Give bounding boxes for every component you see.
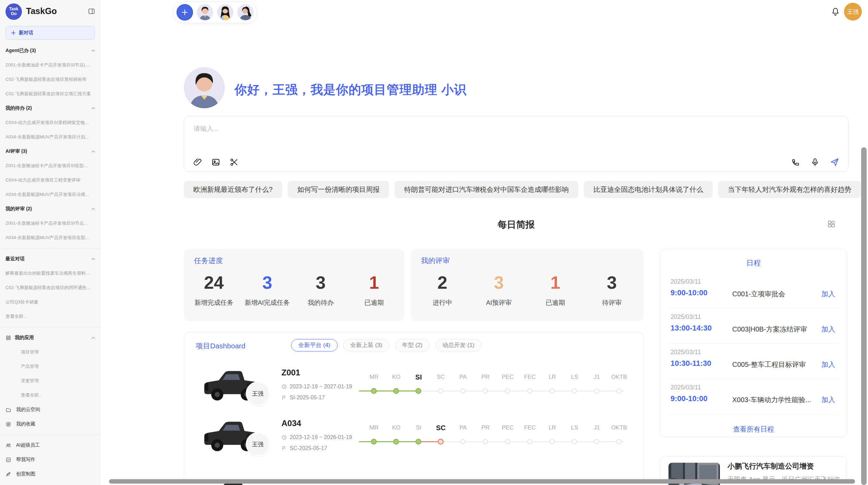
section-header-my-review[interactable]: 我的评审 (2) [0, 202, 100, 216]
sidebar-item[interactable]: A034-全新新能源MUV产品开发项目计划变更表编写 [0, 130, 100, 144]
timeline-progress [359, 441, 419, 442]
section-header-my-todo[interactable]: 我的待办 (2) [0, 101, 100, 115]
stat: 3AI预评审 [471, 272, 527, 307]
folder-icon [5, 407, 11, 413]
milestone-label: KO [384, 373, 408, 382]
sidebar-item-favorites[interactable]: 我的收藏 [0, 417, 100, 431]
sidebar-item[interactable]: C0X4-动力总成开发项目工程变更评审 [0, 173, 100, 187]
filter-tab[interactable]: 全新上装 (3) [343, 339, 390, 351]
flag-icon [281, 446, 287, 451]
suggestion-chip[interactable]: 欧洲新规最近颁布了什么? [184, 181, 282, 198]
input-toolbar-left [193, 158, 239, 167]
sidebar-item[interactable]: Z001-全新燃油轻卡产品开发项目SI节点属性5D文件评审 [0, 216, 100, 231]
dashboard-title: 项目Dashboard [196, 341, 245, 351]
chevron-up-icon[interactable] [91, 335, 96, 340]
suggestion-chip[interactable]: 特朗普可能对进口汽车增税会对中国车企造成哪些影响 [395, 181, 578, 198]
chevron-up-icon[interactable] [91, 257, 96, 261]
filter-tab[interactable]: 全新平台 (4) [291, 339, 338, 351]
divider [668, 378, 839, 379]
schedule-date: 2025/03/11 [671, 349, 701, 356]
add-agent-button[interactable] [177, 4, 193, 21]
sidebar-item-view-all[interactable]: 查看全部... [0, 309, 100, 324]
milestone-dot [550, 439, 555, 444]
sidebar-item[interactable]: Z001-全新燃油皮卡产品开发项目SI节点Lesson Learn报告 [0, 58, 100, 72]
sidebar-item-help-me-write[interactable]: 帮我写作 [0, 452, 100, 467]
sidebar-list: Agent已办 (3) Z001-全新燃油皮卡产品开发项目SI节点Lesson … [0, 43, 100, 481]
suggestion-chip[interactable]: 如何写一份清晰的项目周报 [288, 181, 389, 198]
filter-tab[interactable]: 动总开发 (1) [435, 339, 482, 351]
app-item-change-mgmt[interactable]: 变更管理 [0, 374, 100, 388]
milestone-dot [572, 439, 577, 444]
app-item-product-mgmt[interactable]: 产品管理 [0, 359, 100, 374]
project-row[interactable]: 王强 Z001 2023-12-19 ~ 2027-01-19 SI-2025-… [184, 360, 644, 410]
chevron-up-icon[interactable] [91, 207, 96, 211]
sidebar-item[interactable]: A034-全新新能源MUV产品开发项目造型可行性评审 [0, 231, 100, 245]
attachment-icon[interactable] [193, 158, 202, 167]
milestone-label-current: SI [407, 373, 431, 382]
sidebar-item[interactable]: C02-飞腾新能源轻客改款项目的闭环通告反馈情况 [0, 281, 100, 295]
microphone-icon[interactable] [810, 158, 820, 167]
chevron-up-icon[interactable] [91, 106, 96, 111]
suggestion-chips: 欧洲新规最近颁布了什么? 如何写一份清晰的项目周报 特朗普可能对进口汽车增税会对… [184, 181, 848, 198]
join-link[interactable]: 加入 [821, 360, 835, 369]
milestone-label: SI [407, 423, 431, 432]
schedule-time: 9:00-10:00 [671, 394, 708, 403]
milestone-label: LR [540, 373, 564, 382]
agent-avatar-2[interactable] [217, 4, 233, 21]
horizontal-scrollbar[interactable] [109, 479, 855, 484]
schedule-event-name: C001-立项审批会 [732, 289, 825, 299]
chevron-up-icon[interactable] [91, 149, 96, 154]
timeline-progress [359, 390, 419, 391]
scissors-icon[interactable] [229, 158, 239, 167]
agent-avatar-3[interactable] [237, 4, 254, 21]
join-link[interactable]: 加入 [821, 289, 835, 299]
milestone-dot [550, 388, 555, 394]
send-icon[interactable] [830, 158, 839, 167]
agent-avatar-1[interactable] [197, 4, 213, 21]
collapse-sidebar-icon[interactable] [88, 8, 95, 15]
stat-row: 24新增完成任务 3新增AI完成任务 3我的待办 1已逾期 [187, 272, 401, 307]
sidebar-item-cloud-space[interactable]: 我的云空间 [0, 402, 100, 417]
section-header-ai-review[interactable]: AI评审 (3) [0, 144, 100, 159]
section-header-my-apps[interactable]: 我的应用 [0, 331, 100, 345]
sidebar-item[interactable]: 公司Q3轻卡销量 [0, 295, 100, 309]
app-item-view-all[interactable]: 查看全部.. [0, 388, 100, 402]
join-link[interactable]: 加入 [821, 395, 835, 405]
join-link[interactable]: 加入 [821, 325, 835, 334]
schedule-date: 2025/03/11 [671, 384, 701, 391]
vertical-scrollbar[interactable] [861, 147, 867, 485]
new-chat-button[interactable]: 新对话 [5, 26, 95, 40]
sidebar-item[interactable]: C02-飞腾新能源轻客改款项目立项汇报方案 [0, 87, 100, 101]
image-icon[interactable] [211, 158, 220, 167]
divider [0, 245, 100, 252]
sidebar-item-ai-super-staff[interactable]: AI超级员工 [0, 438, 100, 452]
project-row[interactable]: 王强 A034 2023-12-19 ~ 2026-01-19 SC-2025-… [184, 410, 644, 461]
view-all-schedule-link[interactable]: 查看所有日程 [660, 425, 847, 434]
section-header-recent-chats[interactable]: 最近对话 [0, 252, 100, 266]
suggestion-chip[interactable]: 当下年轻人对汽车外观有怎样的喜好趋势 [718, 181, 861, 198]
section-header-agent-done[interactable]: Agent已办 (3) [0, 43, 100, 58]
user-avatar[interactable]: 王强 [844, 3, 862, 21]
schedule-item: 2025/03/11 9:00-10:00 C001-立项审批会 加入 [671, 276, 836, 311]
filter-tab[interactable]: 年型 (2) [395, 339, 430, 351]
chat-input[interactable] [188, 119, 844, 150]
sidebar-item[interactable]: C02-飞腾新能源轻客改款项目里程碑画布 [0, 72, 100, 87]
schedule-date: 2025/03/11 [671, 313, 701, 321]
sidebar-item-creative-drawing[interactable]: 创意制图 [0, 467, 100, 481]
sidebar-item[interactable]: 解释最新出台的欧盟报废车法规再生塑料比例被调至15%... [0, 266, 100, 281]
sidebar-item[interactable]: A034-全新新能源MUV产品开发项目法规符合性评审 [0, 187, 100, 202]
phone-call-icon[interactable] [791, 158, 800, 167]
sidebar-item[interactable]: C0X4-动力总成开发项目SI里程碑提交物检查 [0, 115, 100, 130]
app-item-project-mgmt[interactable]: 项目管理 [0, 345, 100, 359]
assistant-avatar [184, 67, 225, 108]
logo-text-bottom: Go [11, 12, 17, 16]
notification-bell-icon[interactable] [831, 7, 840, 16]
suggestion-chip[interactable]: 比亚迪全固态电池计划具体说了什么 [584, 181, 713, 198]
milestone-label: PR [473, 423, 497, 432]
milestone-label: LS [563, 373, 587, 382]
milestone-dot [460, 388, 466, 394]
chevron-up-icon[interactable] [91, 48, 96, 53]
layout-grid-icon[interactable] [827, 220, 836, 228]
sidebar-item[interactable]: Z001-全新燃油轻卡产品开发项目SI造型提交物评审 [0, 159, 100, 173]
milestone-dot [594, 388, 599, 394]
